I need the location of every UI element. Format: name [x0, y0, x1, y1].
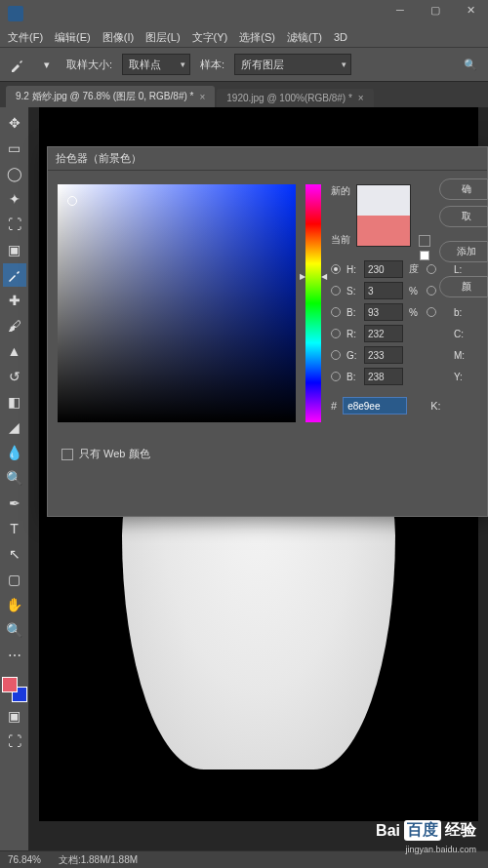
document-tab-active[interactable]: 9.2 婚纱.jpg @ 76.8% (图层 0, RGB/8#) * × [6, 86, 215, 107]
radio-r[interactable] [331, 329, 341, 338]
foreground-swatch[interactable] [2, 677, 18, 692]
doc-size: 文档:1.88M/1.88M [59, 853, 138, 867]
radio-bb2[interactable] [331, 372, 341, 381]
hex-row: # K: [331, 397, 477, 414]
sample-label: 样本: [200, 58, 224, 72]
web-only-label: 只有 Web 颜色 [79, 447, 150, 461]
color-picker-dialog: 拾色器（前景色） ▶◀ 新的 当前 H:度L: S: [47, 146, 488, 517]
radio-a[interactable] [427, 286, 436, 296]
r-input[interactable] [364, 325, 403, 342]
cancel-button[interactable]: 取 [439, 206, 488, 227]
stamp-tool[interactable]: ▲ [3, 339, 26, 363]
options-bar: ▾ 取样大小: 取样点 样本: 所有图层 🔍 [0, 47, 488, 82]
hue-slider[interactable]: ▶◀ [305, 184, 321, 422]
gamut-warning-icon[interactable] [419, 235, 430, 247]
more-tool[interactable]: ⋯ [3, 644, 26, 667]
menu-layer[interactable]: 图层(L) [145, 30, 180, 45]
menu-bar: 文件(F) 编辑(E) 图像(I) 图层(L) 文字(Y) 选择(S) 滤镜(T… [0, 27, 488, 47]
brush-tool[interactable]: 🖌 [3, 314, 26, 337]
menu-3d[interactable]: 3D [334, 31, 347, 43]
dialog-title: 拾色器（前景色） [56, 151, 142, 166]
blur-tool[interactable]: 💧 [3, 441, 26, 464]
radio-g[interactable] [331, 350, 341, 360]
sample-size-dropdown[interactable]: 取样点 [122, 54, 190, 75]
history-brush-tool[interactable]: ↺ [3, 365, 26, 388]
window-controls: ─ ▢ ✕ [383, 0, 488, 20]
document-tabs: 9.2 婚纱.jpg @ 76.8% (图层 0, RGB/8#) * × 19… [0, 82, 488, 107]
dialog-buttons: 确 取 添加 颜 [439, 178, 488, 297]
menu-file[interactable]: 文件(F) [8, 30, 43, 45]
zoom-level[interactable]: 76.84% [8, 854, 41, 865]
title-bar: ─ ▢ ✕ [0, 0, 488, 27]
add-swatch-button[interactable]: 添加 [439, 241, 488, 262]
color-swatches[interactable] [2, 677, 27, 702]
quickmask-tool[interactable]: ▣ [3, 704, 26, 728]
h-input[interactable] [364, 260, 403, 278]
eraser-tool[interactable]: ◧ [3, 390, 26, 414]
sv-cursor[interactable] [67, 196, 77, 206]
chevron-down-icon[interactable]: ▾ [37, 55, 57, 74]
dodge-tool[interactable]: 🔍 [3, 466, 26, 490]
hex-input[interactable] [343, 397, 407, 414]
frame-tool[interactable]: ▣ [3, 238, 26, 261]
tab-label: 9.2 婚纱.jpg @ 76.8% (图层 0, RGB/8#) * [16, 90, 193, 103]
hand-tool[interactable]: ✋ [3, 593, 26, 616]
document-tab[interactable]: 1920.jpg @ 100%(RGB/8#) * × [217, 89, 373, 107]
hue-pointer[interactable]: ▶◀ [300, 272, 327, 281]
current-color-label: 当前 [331, 233, 350, 247]
menu-edit[interactable]: 编辑(E) [55, 30, 91, 45]
minimize-button[interactable]: ─ [383, 0, 418, 20]
sample-dropdown[interactable]: 所有图层 [234, 54, 351, 75]
web-only-checkbox[interactable] [61, 449, 73, 460]
shape-tool[interactable]: ▢ [3, 568, 26, 591]
s-input[interactable] [364, 282, 403, 299]
type-tool[interactable]: T [3, 517, 26, 540]
app-logo [8, 6, 23, 21]
crop-tool[interactable]: ⛶ [3, 213, 26, 236]
marquee-tool[interactable]: ▭ [3, 137, 26, 160]
b-input[interactable] [364, 303, 403, 321]
menu-type[interactable]: 文字(Y) [192, 30, 228, 45]
move-tool[interactable]: ✥ [3, 111, 26, 135]
close-button[interactable]: ✕ [453, 0, 488, 20]
tool-rail: ✥ ▭ ◯ ✦ ⛶ ▣ ✚ 🖌 ▲ ↺ ◧ ◢ 💧 🔍 ✒ T ↖ ▢ ✋ 🔍 … [0, 107, 29, 850]
radio-bb[interactable] [427, 307, 436, 317]
g-input[interactable] [364, 346, 403, 364]
close-icon[interactable]: × [358, 93, 364, 103]
websafe-warning-icon[interactable] [420, 251, 429, 260]
menu-filter[interactable]: 滤镜(T) [287, 30, 322, 45]
lasso-tool[interactable]: ◯ [3, 162, 26, 185]
eyedropper-tool[interactable] [3, 263, 26, 287]
path-tool[interactable]: ↖ [3, 542, 26, 566]
radio-s[interactable] [331, 286, 341, 296]
new-color-swatch[interactable] [357, 185, 410, 216]
eyedropper-icon[interactable] [8, 55, 27, 74]
screenmode-tool[interactable]: ⛶ [3, 730, 26, 753]
radio-b[interactable] [331, 307, 341, 317]
wand-tool[interactable]: ✦ [3, 187, 26, 211]
maximize-button[interactable]: ▢ [418, 0, 453, 20]
gradient-tool[interactable]: ◢ [3, 415, 26, 439]
zoom-tool[interactable]: 🔍 [3, 618, 26, 642]
watermark-url: jingyan.baidu.com [405, 845, 476, 854]
ok-button[interactable]: 确 [439, 178, 488, 200]
tab-label: 1920.jpg @ 100%(RGB/8#) * [226, 93, 352, 103]
radio-l[interactable] [427, 264, 436, 274]
current-color-swatch[interactable] [357, 216, 410, 246]
search-icon[interactable]: 🔍 [461, 55, 480, 74]
new-color-label: 新的 [331, 184, 350, 198]
hex-label: # [331, 400, 337, 412]
color-libraries-button[interactable]: 颜 [439, 276, 488, 297]
radio-h[interactable] [331, 264, 341, 274]
bb-input[interactable] [364, 368, 403, 385]
dialog-title-bar[interactable]: 拾色器（前景色） [48, 147, 487, 171]
sample-size-label: 取样大小: [66, 58, 112, 72]
saturation-value-field[interactable] [58, 184, 296, 422]
pen-tool[interactable]: ✒ [3, 492, 26, 515]
watermark: Bai百度经验 [376, 820, 476, 841]
heal-tool[interactable]: ✚ [3, 289, 26, 312]
menu-image[interactable]: 图像(I) [102, 30, 134, 45]
web-only-row: 只有 Web 颜色 [61, 447, 150, 461]
menu-select[interactable]: 选择(S) [239, 30, 275, 45]
close-icon[interactable]: × [199, 92, 205, 102]
